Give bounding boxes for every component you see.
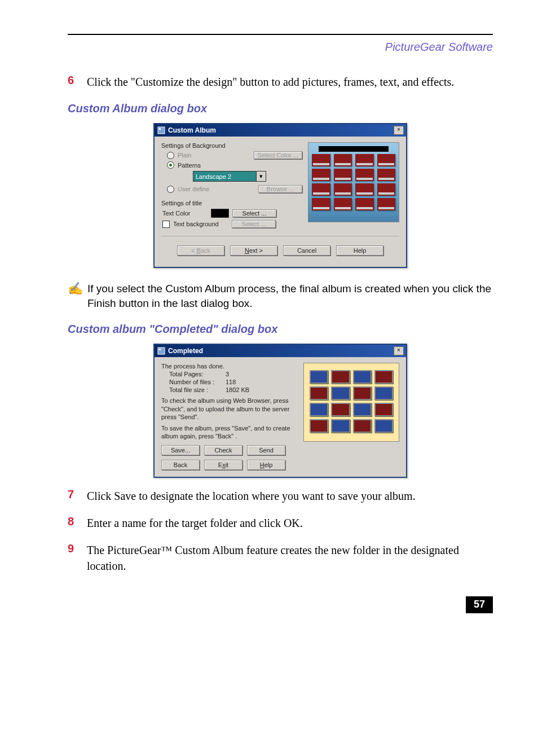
dialog-titlebar: Custom Album × — [155, 124, 406, 137]
group-title-label: Settings of title — [161, 200, 302, 206]
chevron-down-icon: ▾ — [256, 172, 266, 181]
dialog2-titlebar: Completed × — [155, 345, 406, 357]
step-7-text: Click Save to designate the location whe… — [87, 488, 416, 504]
radio-patterns-label: Patterns — [178, 162, 201, 169]
select-color-button[interactable]: Select Color ... — [254, 151, 302, 159]
svg-rect-2 — [158, 348, 165, 354]
step-8-text: Enter a name for the target folder and c… — [87, 515, 303, 531]
svg-rect-1 — [159, 128, 161, 130]
radio-plain[interactable] — [167, 152, 174, 159]
step-7-number: 7 — [68, 488, 87, 504]
save-button[interactable]: Save... — [161, 445, 200, 455]
next-button[interactable]: Next > — [230, 245, 277, 256]
process-done-label: The process has done. — [161, 363, 298, 370]
completed-back-button[interactable]: Back — [161, 460, 200, 470]
section-title-custom-album: Custom Album dialog box — [68, 102, 493, 115]
custom-album-dialog: Custom Album × Settings of Background Pl… — [153, 123, 407, 268]
text-background-select-button[interactable]: Select ... — [232, 220, 276, 228]
pattern-select-value: Landscape 2 — [196, 173, 231, 180]
back-button[interactable]: < Back — [177, 245, 224, 256]
svg-rect-3 — [159, 349, 161, 350]
total-pages-label: Total Pages: — [169, 371, 226, 377]
exit-button[interactable]: Exit — [204, 460, 242, 470]
tip-save-back: To save the album, press "Save", and to … — [161, 424, 298, 441]
close-icon[interactable]: × — [394, 126, 404, 135]
close-icon[interactable]: × — [394, 346, 404, 355]
text-color-swatch — [211, 209, 229, 218]
pattern-select[interactable]: Landscape 2 ▾ — [193, 171, 266, 182]
text-color-label: Text Color — [162, 210, 208, 217]
check-button[interactable]: Check — [204, 445, 242, 455]
num-files-value: 118 — [226, 379, 236, 385]
radio-patterns[interactable] — [167, 161, 174, 169]
total-pages-value: 3 — [226, 371, 229, 377]
note-text: If you select the Custom Album process, … — [87, 282, 493, 310]
group-background-label: Settings of Background — [161, 142, 302, 149]
page-number: 57 — [466, 596, 493, 613]
step-9-number: 9 — [68, 542, 87, 574]
send-button[interactable]: Send — [247, 445, 285, 455]
svg-rect-0 — [158, 127, 165, 134]
preview-pane — [308, 142, 399, 222]
completed-help-button[interactable]: Help — [247, 460, 285, 470]
text-background-checkbox[interactable] — [162, 221, 170, 228]
browse-button[interactable]: Browse ... — [258, 185, 302, 193]
total-size-value: 1802 KB — [226, 386, 249, 393]
radio-user-define-label: User define — [178, 186, 217, 192]
radio-user-define[interactable] — [167, 186, 174, 193]
total-size-label: Total file size : — [169, 386, 226, 393]
dialog2-title: Completed — [168, 347, 394, 355]
help-button[interactable]: Help — [336, 245, 383, 256]
cancel-button[interactable]: Cancel — [283, 245, 330, 256]
app-icon — [157, 126, 166, 135]
step-9: 9 The PictureGear™ Custom Album feature … — [68, 542, 493, 574]
step-8-number: 8 — [68, 515, 87, 531]
text-color-select-button[interactable]: Select ... — [232, 209, 276, 217]
app-icon — [157, 346, 166, 355]
tip-check-send: To check the album using Web Browser, pr… — [161, 397, 298, 421]
completed-preview-pane — [303, 363, 399, 442]
completed-dialog: Completed × The process has done. Total … — [153, 344, 407, 477]
step-8: 8 Enter a name for the target folder and… — [68, 515, 493, 531]
section-title-completed: Custom album "Completed" dialog box — [68, 323, 493, 336]
step-7: 7 Click Save to designate the location w… — [68, 488, 493, 504]
radio-plain-label: Plain — [178, 152, 211, 159]
note-icon: ✍ — [68, 282, 83, 296]
dialog-title: Custom Album — [168, 126, 394, 134]
step-6: 6 Click the "Customize the design" butto… — [68, 74, 493, 90]
page-category: PictureGear Software — [68, 41, 493, 54]
text-background-label: Text background — [173, 221, 232, 227]
step-6-number: 6 — [68, 74, 87, 90]
step-6-text: Click the "Customize the design" button … — [87, 74, 454, 90]
num-files-label: Number of files : — [169, 379, 226, 385]
step-9-text: The PictureGear™ Custom Album feature cr… — [87, 542, 493, 574]
